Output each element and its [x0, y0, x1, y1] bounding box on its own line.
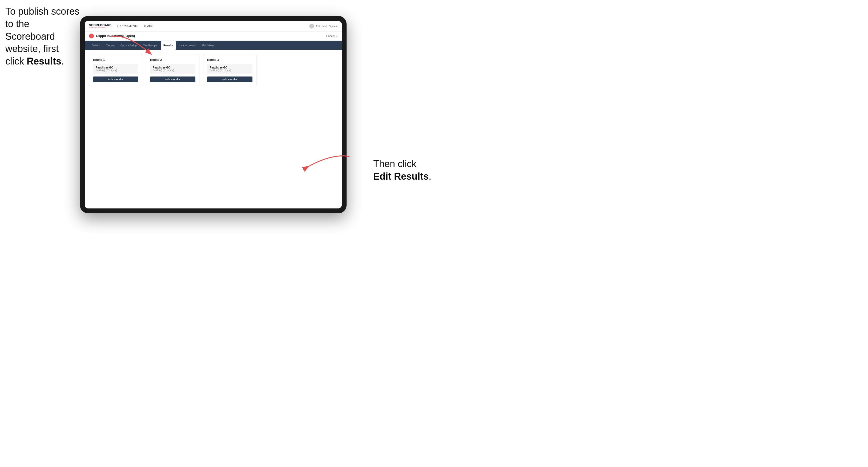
tab-tee-groups[interactable]: Tee Groups — [141, 41, 160, 50]
tab-course-setup[interactable]: Course Setup — [118, 41, 140, 50]
round-2-title: Round 2 — [150, 58, 195, 61]
round-2-edit-results-button[interactable]: Edit Results — [150, 76, 195, 82]
tournament-title: Clippd Invitational (Open) — [96, 34, 326, 38]
tab-navigation: Details Teams Course Setup Tee Groups Re… — [85, 41, 342, 50]
round-2-course-info: Peachtree GC Gold (M) (7010 yds) — [150, 64, 195, 74]
content-area: C Clippd Invitational (Open) Cancel ✕ De… — [85, 31, 342, 209]
round-2-course-name: Peachtree GC — [153, 66, 193, 69]
logo-subtitle: Powered by clippd — [89, 27, 112, 28]
round-2-card: Round 2 Peachtree GC Gold (M) (7010 yds)… — [146, 54, 199, 86]
tab-teams[interactable]: Teams — [104, 41, 117, 50]
round-2-course-details: Gold (M) (7010 yds) — [153, 69, 193, 72]
nav-teams[interactable]: TEAMS — [144, 25, 153, 27]
round-1-edit-results-button[interactable]: Edit Results — [93, 76, 138, 82]
tablet-device: SCOREBOARD Powered by clippd TOURNAMENTS… — [80, 16, 347, 213]
tab-details[interactable]: Details — [89, 41, 103, 50]
tournament-icon: C — [89, 34, 94, 38]
tablet-screen: SCOREBOARD Powered by clippd TOURNAMENTS… — [85, 21, 342, 209]
rounds-container: Round 1 Peachtree GC Gold (M) (7010 yds)… — [85, 50, 342, 91]
nav-user: Test User | Sign out — [309, 24, 338, 29]
tournament-header: C Clippd Invitational (Open) Cancel ✕ — [85, 31, 342, 41]
user-avatar — [309, 24, 314, 29]
tab-printables[interactable]: Printables — [200, 41, 217, 50]
round-1-course-name: Peachtree GC — [96, 66, 136, 69]
round-1-title: Round 1 — [93, 58, 138, 61]
nav-links: TOURNAMENTS TEAMS — [117, 25, 309, 27]
round-1-card: Round 1 Peachtree GC Gold (M) (7010 yds)… — [89, 54, 142, 86]
user-name: Test User | — [316, 25, 327, 27]
round-1-course-details: Gold (M) (7010 yds) — [96, 69, 136, 72]
round-3-course-name: Peachtree GC — [210, 66, 250, 69]
instruction-right: Then click Edit Results. — [373, 158, 431, 183]
top-navigation: SCOREBOARD Powered by clippd TOURNAMENTS… — [85, 21, 342, 31]
round-3-course-info: Peachtree GC Gold (M) (7010 yds) — [207, 64, 252, 74]
scoreboard-logo: SCOREBOARD Powered by clippd — [89, 24, 112, 28]
round-3-card: Round 3 Peachtree GC Gold (M) (7010 yds)… — [203, 54, 256, 86]
cancel-button[interactable]: Cancel ✕ — [326, 35, 338, 38]
sign-out-link[interactable]: Sign out — [329, 25, 338, 27]
instruction-left: To publish scores to the Scoreboard webs… — [5, 5, 80, 68]
round-3-course-details: Gold (M) (7010 yds) — [210, 69, 250, 72]
round-3-edit-results-button[interactable]: Edit Results — [207, 76, 252, 82]
tab-leaderboards[interactable]: Leaderboards — [177, 41, 198, 50]
nav-tournaments[interactable]: TOURNAMENTS — [117, 25, 138, 27]
round-1-course-info: Peachtree GC Gold (M) (7010 yds) — [93, 64, 138, 74]
close-icon: ✕ — [335, 35, 338, 38]
tab-results[interactable]: Results — [161, 41, 176, 50]
round-3-title: Round 3 — [207, 58, 252, 61]
